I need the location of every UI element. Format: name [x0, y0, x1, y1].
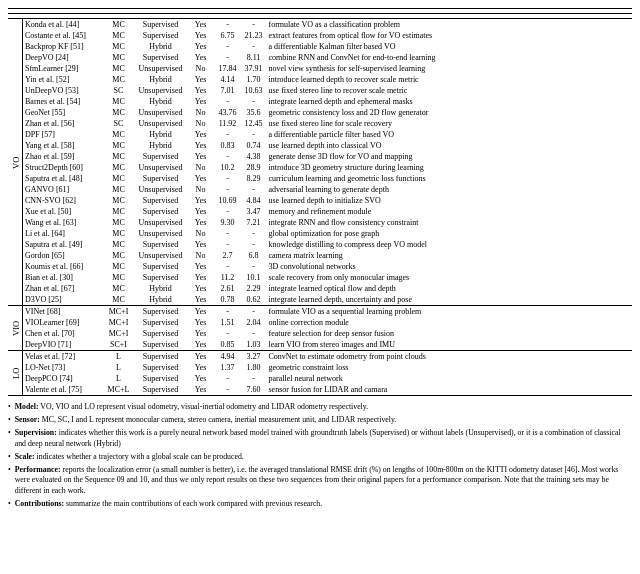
- table-row-contribution: global optimization for pose graph: [267, 228, 633, 239]
- table-row-seq10: 8.29: [241, 173, 267, 184]
- table-row-seq10: -: [241, 96, 267, 107]
- footnote-text: Sensor: MC, SC, I and L represent monocu…: [15, 415, 397, 426]
- table-row-supervision: Unsupervised: [135, 250, 187, 261]
- table-row-seq10: 3.47: [241, 206, 267, 217]
- table-row-contribution: novel view synthesis for self-supervised…: [267, 63, 633, 74]
- table-row-supervision: Supervised: [135, 52, 187, 63]
- table-row-model: Zhan et al. [56]: [23, 118, 103, 129]
- table-row-seq09: -: [215, 151, 241, 162]
- table-row-contribution: camera matrix learning: [267, 250, 633, 261]
- table-row-scale: No: [187, 228, 215, 239]
- table-row-scale: Yes: [187, 195, 215, 206]
- table-row-seq09: -: [215, 184, 241, 195]
- table-row-sensor: MC: [103, 129, 135, 140]
- table-row-scale: Yes: [187, 384, 215, 396]
- table-row-seq10: 10.1: [241, 272, 267, 283]
- table-row-contribution: sensor fusion for LIDAR and camara: [267, 384, 633, 396]
- table-row-model: Xue et al. [50]: [23, 206, 103, 217]
- table-row-supervision: Supervised: [135, 206, 187, 217]
- table-row-supervision: Unsupervised: [135, 228, 187, 239]
- table-row-seq10: 6.8: [241, 250, 267, 261]
- footnote-item: •Performance: reports the localization e…: [8, 465, 632, 498]
- table-row-supervision: Supervised: [135, 351, 187, 363]
- table-row-contribution: generate dense 3D flow for VO and mappin…: [267, 151, 633, 162]
- section-label-vo: VO: [8, 19, 23, 306]
- table-row-sensor: MC: [103, 283, 135, 294]
- table-row-sensor: MC: [103, 239, 135, 250]
- table-row-sensor: MC+I: [103, 328, 135, 339]
- table-row-seq10: -: [241, 328, 267, 339]
- table-row-seq10: 0.74: [241, 140, 267, 151]
- table-row-seq10: 28.9: [241, 162, 267, 173]
- footnote-bullet: •: [8, 428, 11, 439]
- table-row-model: Costante et al. [45]: [23, 30, 103, 41]
- table-row-seq10: -: [241, 19, 267, 31]
- table-row-supervision: Unsupervised: [135, 118, 187, 129]
- table-row-contribution: memory and refinement module: [267, 206, 633, 217]
- table-row-contribution: use learned depth into classical VO: [267, 140, 633, 151]
- table-row-seq10: -: [241, 41, 267, 52]
- table-row-scale: Yes: [187, 85, 215, 96]
- table-row-scale: No: [187, 184, 215, 195]
- table-row-contribution: scale recovery from only monocular image…: [267, 272, 633, 283]
- table-row-model: D3VO [25]: [23, 294, 103, 306]
- table-row-sensor: MC: [103, 52, 135, 63]
- table-row-model: CNN-SVO [62]: [23, 195, 103, 206]
- table-row-supervision: Supervised: [135, 328, 187, 339]
- table-row-seq10: 4.38: [241, 151, 267, 162]
- table-row-seq09: -: [215, 173, 241, 184]
- footnote-bullet: •: [8, 452, 11, 463]
- table-row-seq10: 1.03: [241, 339, 267, 351]
- table-row-scale: Yes: [187, 30, 215, 41]
- table-row-sensor: MC: [103, 74, 135, 85]
- footnote-bullet: •: [8, 415, 11, 426]
- table-row-seq10: -: [241, 129, 267, 140]
- table-row-sensor: MC: [103, 206, 135, 217]
- table-row-model: Zhao et al. [59]: [23, 151, 103, 162]
- footnotes-section: •Model: VO, VIO and LO represent visual …: [8, 402, 632, 510]
- table-row-supervision: Supervised: [135, 151, 187, 162]
- table-row-supervision: Hybrid: [135, 129, 187, 140]
- table-row-contribution: geometric constraint loss: [267, 362, 633, 373]
- table-row-seq09: -: [215, 261, 241, 272]
- table-row-scale: Yes: [187, 362, 215, 373]
- table-row-sensor: MC: [103, 63, 135, 74]
- table-row-scale: Yes: [187, 351, 215, 363]
- table-row-contribution: curriculum learning and geometric loss f…: [267, 173, 633, 184]
- table-row-seq09: -: [215, 384, 241, 396]
- table-row-model: GANVO [61]: [23, 184, 103, 195]
- table-row-model: Yang et al. [58]: [23, 140, 103, 151]
- table-row-seq09: 7.01: [215, 85, 241, 96]
- table-row-scale: Yes: [187, 373, 215, 384]
- table-row-contribution: 3D convolutional networks: [267, 261, 633, 272]
- table-row-seq10: 10.63: [241, 85, 267, 96]
- table-row-contribution: integrate learned optical flow and depth: [267, 283, 633, 294]
- table-row-model: Saputra et al. [49]: [23, 239, 103, 250]
- table-row-model: DPF [57]: [23, 129, 103, 140]
- table-row-seq09: -: [215, 206, 241, 217]
- table-row-supervision: Hybrid: [135, 74, 187, 85]
- table-row-contribution: combine RNN and ConvNet for end-to-end l…: [267, 52, 633, 63]
- footnote-bullet: •: [8, 402, 11, 413]
- table-row-sensor: MC: [103, 228, 135, 239]
- table-row-scale: No: [187, 107, 215, 118]
- table-row-model: Chen et al. [70]: [23, 328, 103, 339]
- table-row-contribution: integrate RNN and flow consistency const…: [267, 217, 633, 228]
- main-table-container: VOKonda et al. [44]MCSupervisedYes--form…: [8, 8, 632, 510]
- footnote-text: Contributions: summarize the main contri…: [15, 499, 322, 510]
- table-row-sensor: MC: [103, 96, 135, 107]
- table-row-supervision: Unsupervised: [135, 217, 187, 228]
- table-row-sensor: MC: [103, 107, 135, 118]
- table-row-scale: Yes: [187, 217, 215, 228]
- table-row-seq10: -: [241, 184, 267, 195]
- table-row-supervision: Hybrid: [135, 283, 187, 294]
- table-row-contribution: a differentiable particle filter based V…: [267, 129, 633, 140]
- table-row-contribution: integrate learned depth, uncertainty and…: [267, 294, 633, 306]
- table-row-contribution: extract features from optical flow for V…: [267, 30, 633, 41]
- footnote-text: Supervision: indicates whether this work…: [15, 428, 632, 450]
- table-row-seq10: -: [241, 306, 267, 318]
- table-row-supervision: Unsupervised: [135, 107, 187, 118]
- table-row-seq09: -: [215, 373, 241, 384]
- table-row-seq10: 1.80: [241, 362, 267, 373]
- table-row-scale: No: [187, 250, 215, 261]
